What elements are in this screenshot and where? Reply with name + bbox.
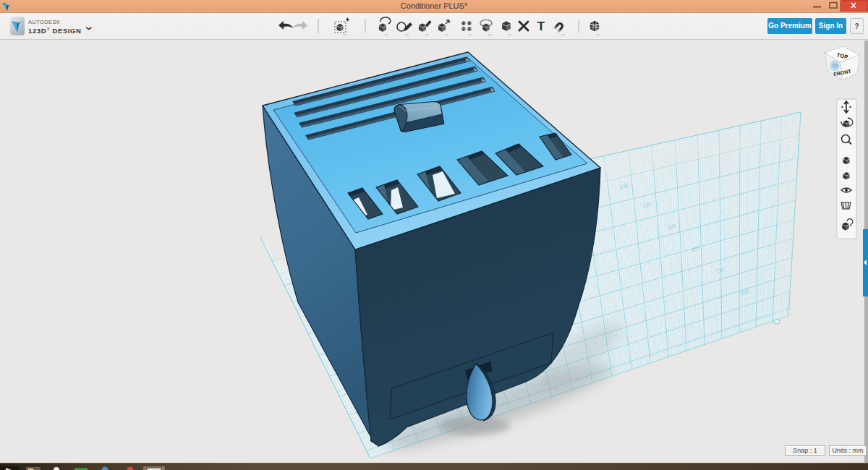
svg-text:T: T (537, 20, 545, 33)
